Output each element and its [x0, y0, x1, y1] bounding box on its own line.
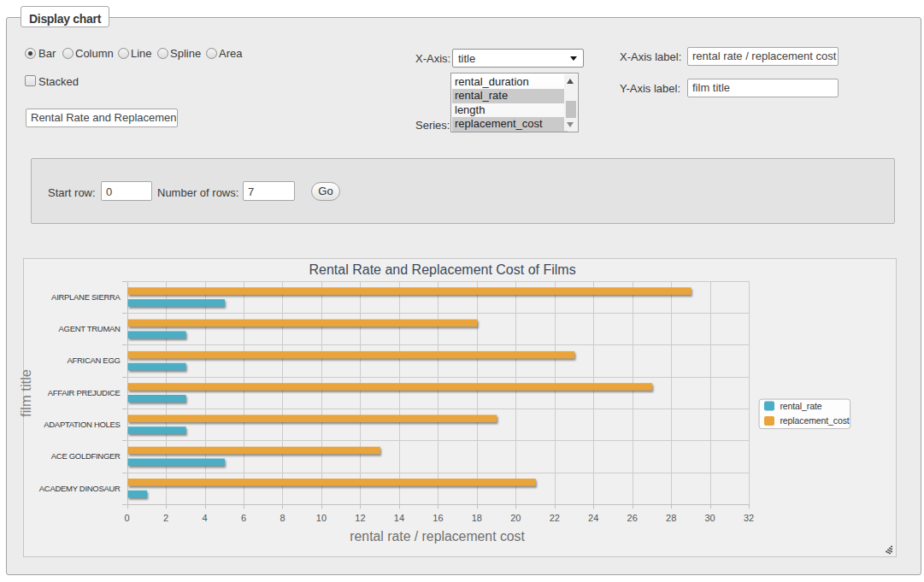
svg-text:18: 18: [472, 513, 482, 523]
svg-text:16: 16: [433, 513, 443, 523]
svg-text:rental rate / replacement cost: rental rate / replacement cost: [350, 529, 525, 544]
svg-text:28: 28: [666, 513, 676, 523]
svg-text:26: 26: [627, 513, 638, 523]
svg-text:replacement_cost: replacement_cost: [780, 415, 849, 426]
svg-text:12: 12: [355, 513, 365, 523]
svg-text:ACE GOLDFINGER: ACE GOLDFINGER: [51, 451, 121, 461]
svg-text:AGENT TRUMAN: AGENT TRUMAN: [59, 324, 121, 333]
svg-text:32: 32: [744, 513, 754, 523]
svg-text:ADAPTATION HOLES: ADAPTATION HOLES: [44, 420, 120, 429]
svg-text:4: 4: [202, 513, 207, 523]
svg-text:AIRPLANE SIERRA: AIRPLANE SIERRA: [51, 292, 121, 302]
svg-text:10: 10: [316, 513, 327, 523]
svg-text:AFFAIR PREJUDICE: AFFAIR PREJUDICE: [48, 388, 121, 397]
svg-text:2: 2: [163, 513, 168, 523]
svg-text:22: 22: [550, 513, 560, 523]
svg-text:14: 14: [394, 513, 404, 523]
svg-text:0: 0: [125, 513, 130, 523]
svg-text:rental_rate: rental_rate: [780, 401, 821, 411]
svg-text:ACADEMY DINOSAUR: ACADEMY DINOSAUR: [39, 484, 121, 493]
svg-text:8: 8: [280, 513, 285, 523]
svg-text:20: 20: [510, 513, 521, 523]
svg-text:6: 6: [241, 513, 246, 523]
svg-text:Rental Rate and Replacement Co: Rental Rate and Replacement Cost of Film…: [309, 262, 576, 277]
svg-text:film title: film title: [18, 369, 33, 417]
svg-text:AFRICAN EGG: AFRICAN EGG: [67, 356, 120, 365]
svg-text:24: 24: [588, 513, 598, 523]
svg-text:30: 30: [704, 513, 715, 523]
